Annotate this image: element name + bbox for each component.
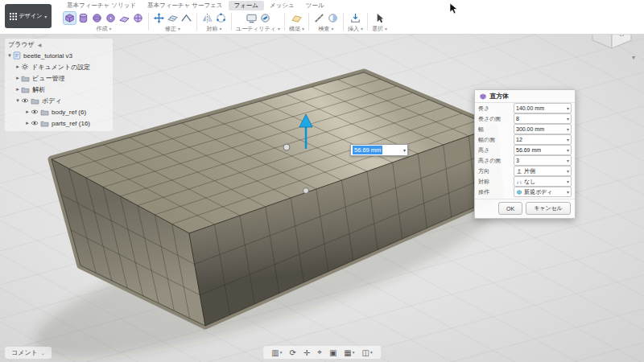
display-mode-icon[interactable] [246,12,258,24]
comments-panel-toggle[interactable]: コメント ⌄ [5,347,52,359]
folder-icon [21,75,30,82]
sphere-primitive-icon[interactable] [91,12,103,24]
expand-arrow-icon[interactable]: ▸ [14,75,21,81]
design-workspace-menu[interactable]: デザイン ▾ [5,4,52,28]
chevron-down-icon: ▾ [567,168,569,174]
pan-icon[interactable]: ✛ [303,348,310,357]
circular-symmetry-icon[interactable] [215,12,227,24]
viewports-icon[interactable]: ◫▾ [362,348,373,357]
measure-icon[interactable] [313,12,325,24]
grid-settings-icon[interactable]: ▦▾ [344,348,354,357]
ribbon-group-insert: 挿入 [345,11,365,34]
chevron-down-icon[interactable]: ▾ [403,147,406,153]
group-label-insert[interactable]: 挿入 [348,25,363,33]
tab-tools[interactable]: ツール [300,1,330,10]
ribbon: 作成 [56,11,644,34]
browser-item-parts-ref[interactable]: ▸ parts_ref (16) [5,117,113,129]
navigation-bar: ▥▾ ⟳ ✛ ⌖ ▣ ▦▾ ◫▾ [263,346,381,359]
group-label-modify[interactable]: 修正 [165,25,180,33]
tab-mesh[interactable]: メッシュ [264,1,300,10]
length-input[interactable]: 140.00 mm▾ [514,103,572,113]
direction-select[interactable]: 片側▾ [514,166,572,176]
browser-item-document-settings[interactable]: ▸ ドキュメントの設定 [5,61,113,72]
mirror-symmetry-icon[interactable] [201,12,213,24]
ribbon-group-construct: 構築 [287,11,307,34]
symmetry-select[interactable]: なし▾ [514,176,572,187]
expand-arrow-icon[interactable]: ▾ [14,97,21,104]
plane-primitive-icon[interactable] [118,12,130,24]
group-label-symmetry[interactable]: 対称 [206,25,221,33]
insert-icon[interactable] [349,12,361,24]
construction-plane-icon[interactable] [291,12,303,24]
box-dialog: 直方体 長さ 140.00 mm▾ 長さの面 8▾ 幅 300.00 mm▾ 幅… [474,89,576,219]
dimension-value[interactable]: 56.69 mm [353,146,382,154]
chevron-down-icon: ▾ [567,189,569,195]
group-label-inspect[interactable]: 検査 [319,25,334,33]
expand-arrow-icon[interactable]: ▸ [24,120,31,126]
browser-item-document-root[interactable]: ▾ beetle_tutorial v3 [5,50,113,61]
insert-edge-icon[interactable] [167,12,179,24]
tspline-box-body[interactable] [52,72,501,326]
chevron-down-icon: ▾ [567,147,569,153]
height-faces-input[interactable]: 3▾ [514,155,572,166]
crease-icon[interactable] [180,12,192,24]
browser-item-label: beetle_tutorial v3 [23,52,72,60]
tab-surface[interactable]: 基本フィーチャ サーフェス [142,1,229,10]
select-cursor-icon[interactable] [374,12,386,24]
group-label-create[interactable]: 作成 [96,25,111,33]
group-label-select[interactable]: 選択 [372,25,387,33]
browser-item-view-management[interactable]: ▸ ビュー管理 [5,72,113,84]
ok-button[interactable]: OK [498,202,522,215]
expand-arrow-icon[interactable]: ▾ [6,52,13,59]
operation-select[interactable]: 新規ボディ▾ [514,187,572,197]
quadball-primitive-icon[interactable] [132,12,144,24]
width-input[interactable]: 300.00 mm▾ [514,124,572,134]
group-label-utilities[interactable]: ユーティリティ [236,25,280,33]
expand-arrow-icon[interactable]: ▸ [14,86,21,93]
group-label-construct[interactable]: 構築 [289,25,304,33]
workspace-grid-icon [10,13,17,20]
browser-title: ブラウザ [8,40,35,49]
chevron-down-icon: ▾ [44,14,47,19]
dialog-title: 直方体 [489,92,509,101]
browser-panel: ブラウザ ◀ ▾ beetle_tutorial v3 ▸ ドキュメントの設定 … [5,39,113,131]
torus-primitive-icon[interactable] [105,12,117,24]
browser-item-label: body_ref (6) [52,109,86,116]
width-faces-input[interactable]: 12▾ [514,134,572,145]
collapse-browser-icon[interactable]: ◀ [38,42,42,47]
length-faces-input[interactable]: 8▾ [514,113,572,124]
design-menu-label: デザイン [19,12,43,20]
tab-form[interactable]: フォーム [229,1,265,10]
browser-item-body-ref[interactable]: ▸ body_ref (6) [5,106,113,117]
expand-arrow-icon[interactable]: ▸ [24,109,31,115]
orbit-icon[interactable]: ⟳ [289,348,295,357]
browser-item-analysis[interactable]: ▸ 解析 [5,84,113,95]
visibility-eye-icon[interactable] [21,97,29,104]
comments-label: コメント [11,348,38,357]
repair-body-icon[interactable] [259,12,271,24]
height-input[interactable]: 56.69 mm▾ [514,145,572,155]
visibility-eye-icon[interactable] [31,120,39,126]
zoom-icon[interactable]: ⌖ [317,348,322,357]
display-settings-icon[interactable]: ▥▾ [271,348,282,357]
direction-one-side-icon [516,168,522,175]
visibility-eye-icon[interactable] [31,109,39,115]
cylinder-primitive-icon[interactable] [77,12,89,24]
expand-arrow-icon[interactable]: ▸ [14,64,21,70]
chevron-down-icon: ▾ [567,126,569,132]
chevron-down-icon: ▾ [567,179,569,184]
tab-solid[interactable]: 基本フィーチャ ソリッド [61,1,142,10]
chevron-down-icon: ▾ [567,137,569,142]
viewcube-menu-icon[interactable]: ▾ [632,54,635,61]
cancel-button[interactable]: キャンセル [526,202,571,215]
height-dimension-input[interactable]: 56.69 mm ▾ [350,144,408,156]
manipulator-handle[interactable] [283,144,290,150]
box-primitive-icon[interactable] [64,12,76,24]
fit-icon[interactable]: ▣ [329,348,336,357]
section-analysis-icon[interactable] [327,12,339,24]
edit-form-icon[interactable] [153,12,165,24]
dialog-row-width-faces: 幅の面 12▾ [475,134,575,145]
browser-item-label: ビュー管理 [32,74,64,83]
browser-item-bodies[interactable]: ▾ ボディ [5,95,113,106]
manipulator-center-point[interactable] [303,188,309,194]
